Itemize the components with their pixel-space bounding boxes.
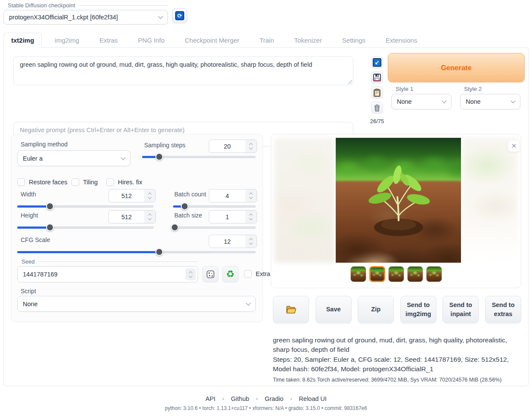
generation-settings-panel: Sampling method Euler a Sampling steps 2… xyxy=(11,134,263,322)
tab-train[interactable]: Train xyxy=(252,33,281,48)
height-slider[interactable] xyxy=(17,224,154,231)
generated-image[interactable] xyxy=(336,138,461,263)
sapling-illustration xyxy=(362,162,435,244)
tab-extras[interactable]: Extras xyxy=(92,33,125,48)
send-to-img2img-button[interactable]: Send to img2img xyxy=(400,296,436,323)
sampling-steps-input[interactable]: 20 xyxy=(209,140,257,153)
info-prompt-text: green sapling rowing out of ground, mud,… xyxy=(273,335,522,355)
tiling-checkbox[interactable]: Tiling xyxy=(71,178,98,186)
checkbox-icon xyxy=(17,178,25,186)
tab-settings[interactable]: Settings xyxy=(335,33,373,48)
cfg-scale-value: 12 xyxy=(209,235,245,248)
footer-link-github[interactable]: Github xyxy=(231,395,249,402)
batch-size-label: Batch size xyxy=(174,212,202,219)
slider-thumb[interactable] xyxy=(46,224,54,231)
stepper-icon[interactable] xyxy=(144,211,155,223)
stepper-icon[interactable] xyxy=(245,140,257,152)
apply-style-button[interactable] xyxy=(371,87,383,99)
height-input[interactable]: 512 xyxy=(108,210,156,224)
batch-count-input[interactable]: 4 xyxy=(209,189,257,202)
refresh-checkpoint-button[interactable]: ⟳ xyxy=(172,8,187,23)
checkpoint-label: Stable Diffusion checkpoint xyxy=(3,2,75,9)
stepper-icon[interactable] xyxy=(245,189,257,202)
chevron-down-icon xyxy=(246,301,251,305)
gallery-ghost-left xyxy=(275,138,335,263)
send-to-inpaint-button[interactable]: Send to inpaint xyxy=(442,296,479,323)
footer-link-api[interactable]: API xyxy=(205,395,215,402)
thumbnail-5[interactable] xyxy=(426,266,442,282)
sampling-method-label: Sampling method xyxy=(21,141,68,148)
seed-label-row: Seed xyxy=(17,258,198,265)
footer-link-gradio[interactable]: Gradio xyxy=(265,395,284,402)
tab-img2img[interactable]: img2img xyxy=(47,33,87,48)
paste-params-button[interactable]: ↙ xyxy=(371,56,383,68)
sampling-method-dropdown[interactable]: Euler a xyxy=(17,150,130,166)
result-gallery: ✕ xyxy=(271,134,521,288)
tab-tokenizer[interactable]: Tokenizer xyxy=(287,33,329,48)
send-to-extras-button[interactable]: Send to extras xyxy=(485,296,521,323)
cfg-scale-input[interactable]: 12 xyxy=(209,235,257,248)
random-seed-button[interactable] xyxy=(202,266,219,283)
width-slider[interactable] xyxy=(17,202,154,210)
slider-thumb[interactable] xyxy=(155,248,163,256)
tab-extensions[interactable]: Extensions xyxy=(378,33,424,48)
cfg-scale-slider[interactable] xyxy=(17,248,256,256)
hires-fix-label: Hires. fix xyxy=(118,179,142,186)
slider-thumb[interactable] xyxy=(181,202,189,210)
chevron-down-icon xyxy=(510,98,515,103)
result-actions: Save Zip Send to img2img Send to inpaint… xyxy=(273,296,521,323)
stable-diffusion-webui: Stable Diffusion checkpoint protogenX34O… xyxy=(0,0,532,416)
batch-size-input[interactable]: 1 xyxy=(209,210,257,224)
hires-fix-checkbox[interactable]: Hires. fix xyxy=(106,178,142,186)
style2-value: None xyxy=(466,98,511,105)
tab-txt2img[interactable]: txt2img xyxy=(3,33,42,48)
stepper-icon[interactable] xyxy=(245,211,257,223)
script-dropdown[interactable]: None xyxy=(17,296,256,312)
clear-prompt-button[interactable] xyxy=(371,102,383,114)
close-gallery-button[interactable]: ✕ xyxy=(508,140,520,152)
slider-thumb[interactable] xyxy=(46,202,54,210)
sampling-method-value: Euler a xyxy=(23,155,121,162)
slider-thumb[interactable] xyxy=(171,224,179,231)
extra-seed-checkbox[interactable]: Extra xyxy=(244,270,270,278)
reuse-seed-button[interactable]: ♻ xyxy=(222,266,238,283)
width-value: 512 xyxy=(109,189,144,202)
save-button[interactable]: Save xyxy=(315,296,352,323)
tab-checkpoint-merger[interactable]: Checkpoint Merger xyxy=(177,33,247,48)
style2-dropdown[interactable]: None xyxy=(460,94,520,109)
chevron-down-icon xyxy=(121,155,125,160)
seed-value: 1441787169 xyxy=(18,267,184,282)
thumbnail-3[interactable] xyxy=(388,266,404,282)
style1-dropdown[interactable]: None xyxy=(391,94,452,109)
thumbnail-4[interactable] xyxy=(407,266,423,282)
width-input[interactable]: 512 xyxy=(108,189,156,202)
recycle-icon: ♻ xyxy=(226,270,235,279)
tab-png-info[interactable]: PNG Info xyxy=(131,33,172,48)
stepper-icon[interactable] xyxy=(245,235,257,248)
refresh-icon: ⟳ xyxy=(175,11,184,20)
sampling-steps-slider[interactable] xyxy=(142,153,256,161)
thumbnail-2[interactable] xyxy=(369,266,385,282)
stepper-icon[interactable] xyxy=(144,189,155,202)
open-folder-button[interactable] xyxy=(273,296,309,323)
chevron-down-icon xyxy=(442,98,446,103)
generation-info: green sapling rowing out of ground, mud,… xyxy=(273,335,522,383)
checkbox-icon xyxy=(106,178,114,186)
thumbnail-1[interactable] xyxy=(350,266,366,282)
stepper-icon[interactable] xyxy=(186,268,196,280)
clipboard-icon xyxy=(373,88,381,97)
restore-faces-label: Restore faces xyxy=(29,179,67,186)
generate-button[interactable]: Generate xyxy=(388,53,525,82)
save-style-button[interactable] xyxy=(371,71,383,84)
prompt-input[interactable]: green sapling rowing out of ground, mud,… xyxy=(14,57,353,85)
batch-count-slider[interactable] xyxy=(173,202,256,210)
batch-size-slider[interactable] xyxy=(173,224,256,231)
footer-link-reload-ui[interactable]: Reload UI xyxy=(299,395,326,402)
paste-params-icon: ↙ xyxy=(373,58,381,67)
checkbox-icon xyxy=(71,178,79,186)
restore-faces-checkbox[interactable]: Restore faces xyxy=(17,178,67,186)
seed-input[interactable]: 1441787169 xyxy=(17,266,198,283)
zip-button[interactable]: Zip xyxy=(358,296,394,323)
checkpoint-dropdown[interactable]: protogenX34OfficialR_1.ckpt [60fe2f34] xyxy=(3,10,168,25)
slider-thumb[interactable] xyxy=(155,153,163,161)
